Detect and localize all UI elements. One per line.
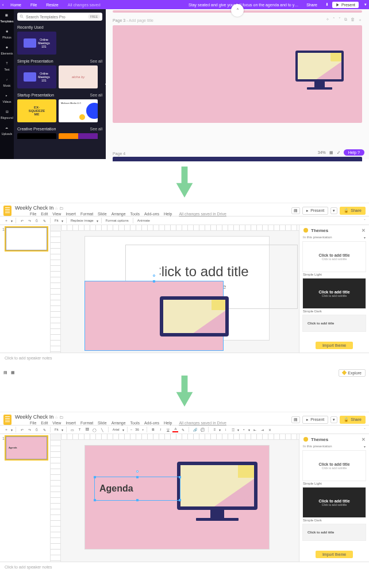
fullscreen-icon[interactable]: ⤢ <box>337 150 340 155</box>
slide-3[interactable] <box>113 25 362 123</box>
template-online-meetings[interactable]: Online Meetings 101 <box>17 32 56 55</box>
template-blush[interactable]: aloha by <box>59 65 98 88</box>
back-button[interactable]: ‹ <box>0 3 6 7</box>
menu-format[interactable]: Format <box>80 421 93 425</box>
select-icon[interactable]: ▭ <box>70 427 75 432</box>
format-options[interactable]: Format options <box>105 219 130 222</box>
move-up-icon[interactable]: ˄ <box>333 17 335 23</box>
search-input[interactable]: Search Templates Pro FREE <box>17 13 102 21</box>
move-down-icon[interactable]: ˅ <box>339 17 341 23</box>
star-icon[interactable]: ☆ <box>55 206 58 210</box>
print-icon[interactable]: ⎙ <box>34 218 40 223</box>
menu-addons[interactable]: Add-ons <box>144 421 159 425</box>
underline-icon[interactable]: U <box>165 427 171 432</box>
template-creative-2[interactable] <box>59 133 98 139</box>
menu-slide[interactable]: Slide <box>98 212 107 216</box>
image-icon[interactable]: 🖼 <box>84 427 90 432</box>
replace-image[interactable]: Replace image <box>70 219 95 222</box>
paint-icon[interactable]: ✎ <box>41 427 47 432</box>
rail-bkground[interactable]: ▤Bkground <box>1 108 13 119</box>
grid-view-icon[interactable]: ▦ <box>329 150 333 155</box>
toolbar-collapse-icon[interactable]: ˄ <box>364 219 366 223</box>
rotate-handle[interactable] <box>136 470 139 473</box>
speaker-notes[interactable]: Click to add speaker notes <box>0 562 369 577</box>
slide-canvas[interactable]: Agenda <box>85 446 269 549</box>
present-button[interactable]: ▸ Present <box>302 207 328 215</box>
paint-icon[interactable]: ✎ <box>41 218 47 223</box>
bullet-icon[interactable]: • <box>241 427 247 432</box>
see-all-creative[interactable]: See all <box>90 127 102 131</box>
comments-icon[interactable]: ▤ <box>291 207 300 214</box>
toolbar-collapse-icon[interactable]: ˄ <box>364 428 366 432</box>
zoom-fit[interactable]: Fit <box>53 219 60 222</box>
present-button[interactable]: Present <box>332 2 359 8</box>
spacing-icon[interactable]: ↕ <box>222 427 228 432</box>
folder-icon[interactable]: 🗀 <box>59 206 63 210</box>
thumbnail-1[interactable]: Agenda <box>6 436 47 459</box>
template-creative-1[interactable] <box>17 133 56 139</box>
doc-title[interactable]: Weekly Check In <box>15 205 53 211</box>
menu-view[interactable]: View <box>52 421 61 425</box>
duplicate-icon[interactable]: ⧉ <box>344 17 347 23</box>
doformal-title[interactable]: Weekly Check In <box>15 414 53 420</box>
comments-icon[interactable]: ▤ <box>291 416 300 423</box>
rail-videos[interactable]: ▸Videos <box>2 92 11 103</box>
import-theme-button[interactable]: Import theme <box>316 342 353 349</box>
theme-simple-light[interactable]: Click to add titleClick to add subtitle <box>303 451 366 481</box>
print-icon[interactable]: ⎙ <box>34 427 40 432</box>
menu-help[interactable]: Help <box>164 421 172 425</box>
bold-icon[interactable]: B <box>150 427 156 432</box>
import-theme-button[interactable]: Import theme <box>316 551 353 558</box>
rotate-handle[interactable] <box>153 274 155 277</box>
menu-tools[interactable]: Tools <box>130 212 140 216</box>
pasted-image[interactable] <box>85 281 223 350</box>
menu-insert[interactable]: Insert <box>66 421 76 425</box>
undo-icon[interactable]: ↶ <box>19 218 25 223</box>
help-button[interactable]: Help ? <box>344 149 364 156</box>
zoom-fit[interactable]: Fit <box>53 428 60 431</box>
italic-icon[interactable]: I <box>157 427 163 432</box>
see-all-startup[interactable]: See all <box>90 93 102 97</box>
stage[interactable]: Click to add title Click to add subtitle <box>51 225 299 353</box>
align-icon[interactable]: ≡ <box>212 427 217 432</box>
menu-edit[interactable]: Edit <box>41 212 48 216</box>
list-icon[interactable]: ☲ <box>230 427 236 432</box>
view-filmstrip-icon[interactable]: ▤ <box>3 370 7 375</box>
present-button[interactable]: ▸ Present <box>302 416 328 424</box>
close-icon[interactable]: ✕ <box>362 228 366 233</box>
rail-music[interactable]: ♪Music <box>3 76 10 87</box>
stage[interactable]: Agenda <box>51 434 299 562</box>
close-icon[interactable]: ✕ <box>362 437 366 442</box>
share-button[interactable]: Share <box>302 2 322 8</box>
download-icon[interactable]: ⬇ <box>325 2 329 7</box>
thumbnail-1[interactable] <box>6 227 47 250</box>
chevron-down-icon[interactable]: ▾ <box>364 235 366 239</box>
indent-icon[interactable]: ⇥ <box>259 427 265 432</box>
text-color-icon[interactable]: A <box>172 427 178 432</box>
line-icon[interactable]: ╲ <box>99 427 105 432</box>
template-midtown[interactable]: Midtown Media LLC <box>59 99 98 122</box>
menu-arrange[interactable]: Arrange <box>112 212 126 216</box>
rail-elements[interactable]: ◆Elements <box>1 44 13 55</box>
text-box-selected[interactable]: Agenda <box>94 477 180 501</box>
menu-insert[interactable]: Insert <box>66 212 76 216</box>
see-all-simple[interactable]: See all <box>90 59 102 63</box>
theme-simple-dark[interactable]: Click to add titleClick to add subtitle <box>303 278 366 308</box>
star-icon[interactable]: ☆ <box>55 415 58 419</box>
font-size[interactable]: 36 <box>134 428 140 431</box>
theme-three[interactable]: Click to add title <box>303 315 366 331</box>
explore-button[interactable]: Explore <box>339 369 366 377</box>
slide-canvas[interactable]: Click to add title Click to add subtitle <box>85 237 269 340</box>
rail-uploads[interactable]: ☁Uploads <box>2 124 12 136</box>
nav-resize[interactable]: Resize <box>46 3 58 7</box>
clear-icon[interactable]: ✕ <box>267 427 272 432</box>
menu-format[interactable]: Format <box>80 212 93 216</box>
new-slide-icon[interactable]: ＋ <box>3 427 9 432</box>
rail-photos[interactable]: ◉Photos <box>2 28 11 39</box>
shape-icon[interactable]: ◯ <box>92 427 98 432</box>
present-dropdown[interactable]: ▾ <box>330 416 337 423</box>
menu-tools[interactable]: Tools <box>130 421 140 425</box>
share-button[interactable]: 🔒 Share <box>340 416 366 424</box>
menu-edit[interactable]: Edit <box>41 421 48 425</box>
scroll-up-button[interactable]: ˄ <box>231 4 244 17</box>
